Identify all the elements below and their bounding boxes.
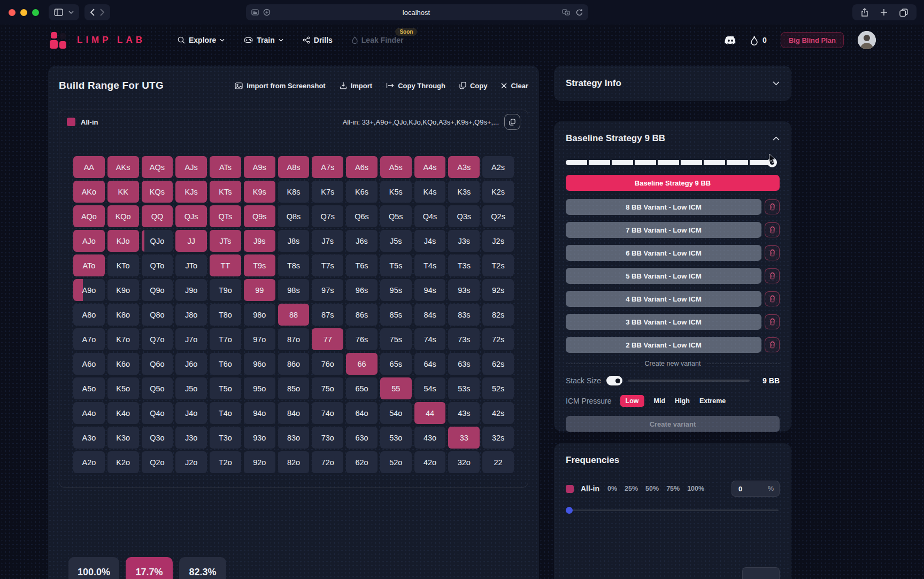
grid-cell-KTo[interactable]: KTo bbox=[107, 254, 139, 276]
icm-option-mid[interactable]: Mid bbox=[654, 397, 666, 405]
grid-cell-A9o[interactable]: A9o bbox=[73, 279, 105, 301]
delete-variant-button[interactable] bbox=[765, 245, 780, 260]
brand-logo[interactable]: LIMP LAB bbox=[48, 29, 145, 51]
grid-cell-T6s[interactable]: T6s bbox=[346, 254, 378, 276]
grid-cell-Q2o[interactable]: Q2o bbox=[142, 451, 173, 473]
grid-cell-53s[interactable]: 53s bbox=[448, 377, 480, 399]
icm-option-low[interactable]: Low bbox=[620, 395, 644, 407]
copy-range-button[interactable] bbox=[504, 114, 520, 130]
grid-cell-T9s[interactable]: T9s bbox=[244, 254, 275, 276]
grid-cell-K2o[interactable]: K2o bbox=[107, 451, 139, 473]
grid-cell-94o[interactable]: 94o bbox=[244, 402, 275, 424]
grid-cell-KQs[interactable]: KQs bbox=[142, 181, 173, 203]
avatar[interactable] bbox=[858, 31, 876, 49]
grid-cell-88[interactable]: 88 bbox=[278, 304, 310, 326]
variant-button[interactable]: 8 BB Variant - Low ICM bbox=[566, 199, 761, 215]
grid-cell-75o[interactable]: 75o bbox=[312, 377, 343, 399]
translate-icon[interactable] bbox=[562, 9, 571, 16]
grid-cell-52s[interactable]: 52s bbox=[482, 377, 514, 399]
strategy-slider[interactable] bbox=[566, 158, 780, 167]
grid-cell-K8o[interactable]: K8o bbox=[107, 304, 139, 326]
grid-cell-J2o[interactable]: J2o bbox=[175, 451, 207, 473]
grid-cell-82s[interactable]: 82s bbox=[482, 304, 514, 326]
grid-cell-T7o[interactable]: T7o bbox=[210, 328, 241, 350]
copy-through-button[interactable]: Copy Through bbox=[386, 82, 445, 90]
grid-cell-63o[interactable]: 63o bbox=[346, 427, 378, 449]
grid-cell-A9s[interactable]: A9s bbox=[244, 156, 275, 178]
grid-cell-A8o[interactable]: A8o bbox=[73, 304, 105, 326]
grid-cell-A7o[interactable]: A7o bbox=[73, 328, 105, 350]
grid-cell-96o[interactable]: 96o bbox=[244, 353, 275, 375]
grid-cell-76s[interactable]: 76s bbox=[346, 328, 378, 350]
share-icon[interactable] bbox=[861, 8, 868, 17]
grid-cell-72o[interactable]: 72o bbox=[312, 451, 343, 473]
grid-cell-64s[interactable]: 64s bbox=[414, 353, 446, 375]
grid-cell-97s[interactable]: 97s bbox=[312, 279, 343, 301]
grid-cell-86o[interactable]: 86o bbox=[278, 353, 310, 375]
strategy-info-card[interactable]: Strategy Info bbox=[554, 66, 791, 101]
grid-cell-Q7s[interactable]: Q7s bbox=[312, 205, 343, 227]
url-bar[interactable]: localhost bbox=[246, 4, 588, 20]
grid-cell-Q6s[interactable]: Q6s bbox=[346, 205, 378, 227]
grid-cell-T2o[interactable]: T2o bbox=[210, 451, 241, 473]
grid-cell-T8o[interactable]: T8o bbox=[210, 304, 241, 326]
grid-cell-A8s[interactable]: A8s bbox=[278, 156, 310, 178]
grid-cell-98o[interactable]: 98o bbox=[244, 304, 275, 326]
grid-cell-94s[interactable]: 94s bbox=[414, 279, 446, 301]
grid-cell-98s[interactable]: 98s bbox=[278, 279, 310, 301]
grid-cell-T6o[interactable]: T6o bbox=[210, 353, 241, 375]
grid-cell-72s[interactable]: 72s bbox=[482, 328, 514, 350]
grid-cell-AJs[interactable]: AJs bbox=[175, 156, 207, 178]
grid-cell-A4s[interactable]: A4s bbox=[414, 156, 446, 178]
grid-cell-44[interactable]: 44 bbox=[414, 402, 446, 424]
grid-cell-97o[interactable]: 97o bbox=[244, 328, 275, 350]
grid-cell-KQo[interactable]: KQo bbox=[107, 205, 139, 227]
grid-cell-T2s[interactable]: T2s bbox=[482, 254, 514, 276]
grid-cell-J7s[interactable]: J7s bbox=[312, 230, 343, 252]
grid-cell-43o[interactable]: 43o bbox=[414, 427, 446, 449]
grid-cell-K3s[interactable]: K3s bbox=[448, 181, 480, 203]
delete-variant-button[interactable] bbox=[765, 268, 780, 283]
grid-cell-84o[interactable]: 84o bbox=[278, 402, 310, 424]
grid-cell-ATs[interactable]: ATs bbox=[210, 156, 241, 178]
grid-cell-Q5s[interactable]: Q5s bbox=[380, 205, 412, 227]
tab-overview-icon[interactable] bbox=[899, 9, 908, 17]
big-blind-plan-button[interactable]: Big Blind Plan bbox=[781, 32, 844, 48]
close-window-button[interactable] bbox=[9, 9, 16, 16]
grid-cell-QTo[interactable]: QTo bbox=[142, 254, 173, 276]
grid-cell-A5o[interactable]: A5o bbox=[73, 377, 105, 399]
grid-cell-93s[interactable]: 93s bbox=[448, 279, 480, 301]
grid-cell-Q9o[interactable]: Q9o bbox=[142, 279, 173, 301]
grid-cell-K6s[interactable]: K6s bbox=[346, 181, 378, 203]
grid-cell-Q8o[interactable]: Q8o bbox=[142, 304, 173, 326]
frequency-input-partial[interactable] bbox=[742, 567, 780, 579]
grid-cell-A3o[interactable]: A3o bbox=[73, 427, 105, 449]
grid-cell-87s[interactable]: 87s bbox=[312, 304, 343, 326]
grid-cell-J6o[interactable]: J6o bbox=[175, 353, 207, 375]
grid-cell-T3s[interactable]: T3s bbox=[448, 254, 480, 276]
grid-cell-84s[interactable]: 84s bbox=[414, 304, 446, 326]
grid-cell-83o[interactable]: 83o bbox=[278, 427, 310, 449]
grid-cell-K2s[interactable]: K2s bbox=[482, 181, 514, 203]
grid-cell-JTs[interactable]: JTs bbox=[210, 230, 241, 252]
menu-item-drills[interactable]: Drills bbox=[303, 36, 333, 44]
grid-cell-86s[interactable]: 86s bbox=[346, 304, 378, 326]
import-from-screenshot-button[interactable]: Import from Screenshot bbox=[235, 82, 325, 90]
grid-cell-J4o[interactable]: J4o bbox=[175, 402, 207, 424]
grid-cell-ATo[interactable]: ATo bbox=[73, 254, 105, 276]
frequency-input[interactable]: 0 % bbox=[732, 481, 780, 497]
frequency-slider-track[interactable] bbox=[567, 509, 779, 511]
delete-variant-button[interactable] bbox=[765, 314, 780, 329]
grid-cell-QTs[interactable]: QTs bbox=[210, 205, 241, 227]
grid-cell-66[interactable]: 66 bbox=[346, 353, 378, 375]
frequency-slider-thumb[interactable] bbox=[566, 507, 573, 514]
grid-cell-T3o[interactable]: T3o bbox=[210, 427, 241, 449]
strategy-slider-track[interactable] bbox=[566, 160, 772, 165]
grid-cell-AJo[interactable]: AJo bbox=[73, 230, 105, 252]
grid-cell-JTo[interactable]: JTo bbox=[175, 254, 207, 276]
menu-item-explore[interactable]: Explore bbox=[178, 36, 225, 44]
icm-option-high[interactable]: High bbox=[675, 397, 690, 405]
chevron-up-icon[interactable] bbox=[773, 136, 780, 141]
delete-variant-button[interactable] bbox=[765, 222, 780, 237]
grid-cell-A5s[interactable]: A5s bbox=[380, 156, 412, 178]
